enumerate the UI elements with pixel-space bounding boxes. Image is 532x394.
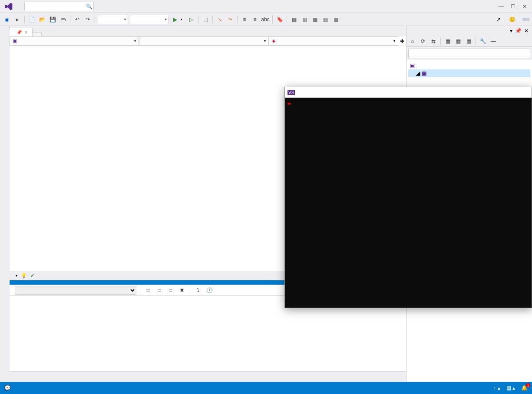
maximize-button[interactable]: ☐: [511, 3, 515, 10]
format4-icon[interactable]: ▦: [321, 15, 330, 24]
close-tab-icon[interactable]: ✕: [24, 30, 28, 35]
format5-icon[interactable]: ▦: [331, 15, 340, 24]
live-share-button[interactable]: ↗: [493, 16, 506, 23]
sol-props-icon[interactable]: 🔧: [479, 37, 487, 46]
sol-tool4-icon[interactable]: —: [489, 37, 498, 46]
out-tool4-icon[interactable]: ⤵: [194, 286, 202, 295]
redo-icon[interactable]: ↷: [83, 15, 92, 24]
nav-project-combo[interactable]: ▣: [10, 36, 139, 46]
result-highlight: [287, 103, 291, 105]
panel-menu-icon[interactable]: ▾: [510, 28, 512, 34]
output-source-combo[interactable]: [15, 286, 136, 295]
admin-badge: [522, 18, 529, 21]
ok-icon: ✔: [30, 273, 34, 279]
comment-icon[interactable]: abc: [261, 15, 270, 24]
toolbox-tab[interactable]: [0, 26, 10, 30]
project-node[interactable]: ◢▣: [408, 69, 530, 77]
sol-tool3-icon[interactable]: ▦: [464, 37, 473, 46]
title-bar: 🔍 — ☐ ✕: [0, 0, 532, 13]
config-combo[interactable]: [98, 15, 128, 24]
source-control-button[interactable]: ↑ ▴: [493, 385, 500, 391]
solution-search-input[interactable]: [408, 49, 530, 58]
minimize-button[interactable]: —: [499, 3, 504, 10]
out-tool1-icon[interactable]: ≣: [144, 286, 152, 295]
indent-icon[interactable]: ≡: [240, 15, 249, 24]
live-share-icon: ↗: [496, 16, 501, 23]
open-icon[interactable]: 📂: [38, 15, 46, 24]
lightbulb-icon[interactable]: 💡: [21, 273, 27, 279]
clear-output-icon[interactable]: ✖: [178, 286, 186, 295]
tab-main-c[interactable]: 📌✕: [10, 28, 33, 36]
platform-combo[interactable]: [130, 15, 169, 24]
outdent-icon[interactable]: ≡: [251, 15, 259, 24]
out-tool5-icon[interactable]: 🕐: [205, 286, 214, 295]
sol-tool2-icon[interactable]: ▦: [454, 37, 463, 46]
solution-root[interactable]: ▣: [408, 62, 530, 69]
panel-close-icon[interactable]: ✕: [524, 28, 529, 34]
format-icon[interactable]: ▦: [290, 15, 298, 24]
panel-pin-icon[interactable]: 📌: [515, 28, 522, 34]
sol-sync-icon[interactable]: ⇆: [429, 37, 438, 46]
start-debug-button[interactable]: ▶▾: [171, 15, 185, 24]
console-output: [285, 98, 532, 308]
sol-tool1-icon[interactable]: ▦: [443, 37, 452, 46]
pin-icon[interactable]: 📌: [17, 30, 22, 35]
nav-scope-combo[interactable]: [139, 36, 268, 46]
out-tool3-icon[interactable]: ≣: [166, 286, 175, 295]
window-controls: — ☐ ✕: [499, 3, 530, 10]
navigation-bar: ▣ ◈ ✚: [10, 36, 406, 46]
search-input[interactable]: [24, 2, 94, 11]
main-toolbar: ◉ ▸ 📄 📂 💾 🗃 ↶ ↷ ▶▾ ▷ ⬚ ↘ ↷ ≡ ≡ abc 🔖 ▦ ▦…: [0, 13, 532, 26]
tab-sf3-cpp[interactable]: [33, 33, 42, 36]
split-icon[interactable]: ✚: [398, 36, 406, 46]
select-repo-button[interactable]: ▤ ▴: [506, 385, 515, 391]
chevron-down-icon: ◢: [416, 70, 420, 76]
solution-icon: ▣: [410, 62, 415, 69]
tool-icon[interactable]: ⬚: [201, 15, 210, 24]
bottom-tabs: [10, 371, 406, 382]
console-title-bar[interactable]: VS: [285, 87, 532, 98]
new-file-icon[interactable]: 📄: [27, 15, 36, 24]
debug-console-window[interactable]: VS: [284, 87, 532, 308]
notifications-icon[interactable]: 🔔1: [521, 385, 528, 391]
step-into-icon[interactable]: ↘: [215, 15, 224, 24]
feedback-icon[interactable]: 🙂: [508, 15, 516, 24]
sol-refresh-icon[interactable]: ⟳: [419, 37, 427, 46]
format3-icon[interactable]: ▦: [311, 15, 319, 24]
save-icon[interactable]: 💾: [48, 15, 57, 24]
nav-fwd-icon[interactable]: ▸: [13, 15, 22, 24]
status-bar: 💬 ↑ ▴ ▤ ▴ 🔔1: [0, 382, 532, 394]
out-tool2-icon[interactable]: ≣: [155, 286, 164, 295]
bookmark-icon[interactable]: 🔖: [275, 15, 284, 24]
save-all-icon[interactable]: 🗃: [59, 15, 67, 24]
document-tabs: 📌✕: [10, 26, 406, 36]
comment-icon[interactable]: 💬: [4, 385, 11, 391]
search-icon[interactable]: 🔍: [86, 3, 93, 10]
nav-back-icon[interactable]: ◉: [3, 15, 11, 24]
sol-home-icon[interactable]: ⌂: [408, 37, 417, 46]
vs-logo-icon: [4, 2, 13, 11]
project-icon: ▣: [422, 70, 426, 76]
console-icon: VS: [287, 90, 295, 95]
format2-icon[interactable]: ▦: [300, 15, 309, 24]
start-without-debug-icon[interactable]: ▷: [187, 15, 195, 24]
undo-icon[interactable]: ↶: [73, 15, 82, 24]
step-over-icon[interactable]: ↷: [226, 15, 235, 24]
nav-member-combo[interactable]: ◈: [269, 36, 398, 46]
close-button[interactable]: ✕: [522, 3, 527, 10]
